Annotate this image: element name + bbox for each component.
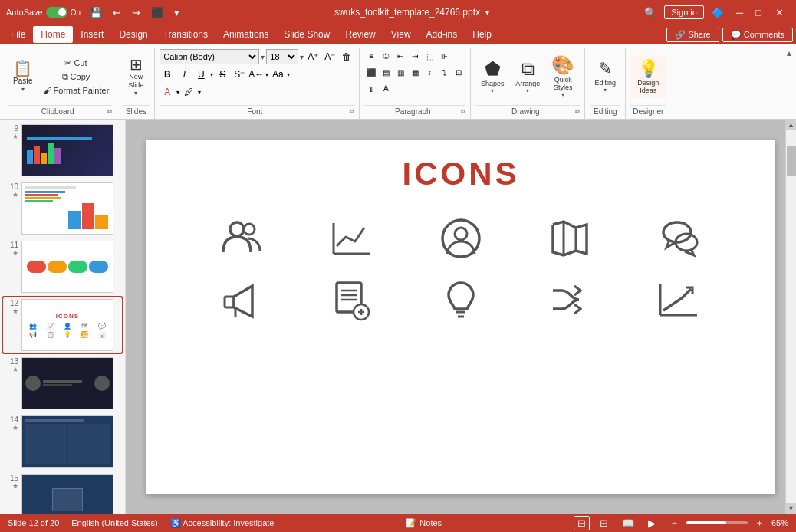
svg-point-5 (455, 228, 467, 240)
highlight-button[interactable]: 🖊 (181, 84, 196, 100)
editing-button[interactable]: ✎ Editing ▾ (590, 55, 620, 97)
present-button[interactable]: ⬛ (146, 5, 168, 20)
smart-art-button[interactable]: ⬚ (423, 49, 436, 63)
bullets-button[interactable]: ≡ (364, 49, 378, 63)
save-button[interactable]: 💾 (85, 5, 107, 20)
scroll-up-button[interactable]: ▲ (786, 120, 797, 130)
columns-button[interactable]: ⫿ (364, 81, 378, 95)
numbered-list-button[interactable]: ① (379, 49, 393, 63)
menu-review[interactable]: Review (337, 26, 383, 43)
text-direction-button[interactable]: ⤵ (437, 65, 451, 79)
slide-thumb-10[interactable]: 10 ★ (3, 181, 122, 236)
reading-view-button[interactable]: 📖 (618, 516, 638, 530)
font-case-dropdown[interactable]: ▾ (287, 71, 290, 78)
copy-button[interactable]: ⧉ Copy (40, 71, 113, 84)
redo-button[interactable]: ↪ (127, 5, 145, 20)
slide-thumb-15[interactable]: 15 ★ (3, 472, 122, 514)
text-shadow-button[interactable]: A (379, 81, 393, 95)
editing-icon: ✎ (598, 59, 612, 79)
zoom-in-button[interactable]: ＋ (751, 514, 768, 531)
decrease-font-button[interactable]: A⁻ (322, 49, 337, 64)
decrease-indent-button[interactable]: ⇤ (393, 49, 407, 63)
notes-button[interactable]: 📝 Notes (406, 518, 442, 528)
autosave-toggle[interactable] (46, 7, 67, 18)
shadow-button[interactable]: S⁻ (232, 67, 247, 82)
comments-button[interactable]: 💬 Comments (722, 28, 793, 42)
slideshow-button[interactable]: ▶ (644, 516, 659, 530)
bold-button[interactable]: B (160, 67, 175, 82)
italic-button[interactable]: I (176, 67, 192, 82)
font-case-button[interactable]: Aa (270, 67, 285, 82)
ribbon-collapse-button[interactable]: ▲ (784, 48, 794, 59)
zoom-level: 65% (771, 518, 788, 527)
clipboard-launcher[interactable]: ⧉ (107, 108, 112, 116)
justify-button[interactable]: ▦ (408, 65, 422, 79)
slide-thumb-12[interactable]: 12 ★ ICONS 👥 📈 👤 🗺 💬 📢 📋 💡 🔀 (3, 297, 122, 353)
highlight-dropdown[interactable]: ▾ (198, 89, 201, 96)
zoom-slider[interactable] (686, 521, 748, 524)
menu-transitions[interactable]: Transitions (156, 26, 215, 43)
font-size-select[interactable]: 18 (266, 49, 298, 64)
new-slide-button[interactable]: ⊞ New Slide ▾ (122, 54, 150, 100)
char-spacing-dropdown[interactable]: ▾ (265, 71, 268, 78)
close-button[interactable]: ✕ (769, 5, 790, 20)
format-painter-button[interactable]: 🖌 Format Painter (40, 84, 113, 97)
design-ideas-button[interactable]: 💡 Design Ideas (630, 55, 666, 98)
paste-button[interactable]: 📋 Paste ▾ (8, 54, 38, 100)
zoom-out-button[interactable]: － (666, 514, 683, 531)
align-text-button[interactable]: ⊡ (452, 65, 465, 79)
slide-thumb-11[interactable]: 11 ★ (3, 239, 122, 294)
drawing-launcher[interactable]: ⧉ (575, 108, 580, 116)
share-button[interactable]: 🔗 Share (666, 28, 719, 42)
slide-thumb-9[interactable]: 9 ★ (3, 123, 122, 178)
undo-button[interactable]: ↩ (108, 5, 126, 20)
shapes-button[interactable]: ⬟ Shapes ▾ (475, 56, 509, 97)
scroll-down-button[interactable]: ▼ (786, 503, 797, 514)
menu-design[interactable]: Design (111, 26, 155, 43)
menu-help[interactable]: Help (465, 26, 499, 43)
chat-bubble-icon (656, 215, 702, 261)
maximize-button[interactable]: □ (751, 5, 766, 20)
dropdown-arrow-title[interactable]: ▾ (485, 8, 489, 17)
menu-slideshow[interactable]: Slide Show (276, 26, 337, 43)
increase-indent-button[interactable]: ⇥ (408, 49, 422, 63)
clear-format-button[interactable]: 🗑 (339, 49, 354, 64)
line-spacing-button[interactable]: ↕ (423, 65, 436, 79)
cut-button[interactable]: ✂ Cut (40, 57, 113, 70)
minimize-button[interactable]: ─ (732, 5, 748, 20)
slide-thumb-13[interactable]: 13 ★ (3, 356, 122, 411)
strikethrough-button[interactable]: S (215, 67, 230, 82)
menu-insert[interactable]: Insert (73, 26, 111, 43)
align-center-button[interactable]: ▤ (379, 65, 393, 79)
icon-cell-chart (309, 215, 395, 261)
menu-file[interactable]: File (3, 26, 33, 43)
menu-addins[interactable]: Add-ins (419, 26, 465, 43)
align-left-button[interactable]: ⬛ (364, 65, 378, 79)
quick-styles-button[interactable]: 🎨 Quick Styles ▾ (546, 52, 580, 101)
menu-view[interactable]: View (383, 26, 419, 43)
paragraph-launcher[interactable]: ⧉ (461, 108, 465, 116)
slide-thumb-14[interactable]: 14 ★ (3, 414, 122, 469)
font-family-select[interactable]: Calibri (Body) (160, 49, 259, 64)
increase-font-button[interactable]: A⁺ (305, 49, 321, 64)
menu-home[interactable]: Home (33, 26, 73, 43)
underline-button[interactable]: U (193, 67, 209, 82)
svg-point-0 (230, 222, 244, 236)
font-launcher[interactable]: ⧉ (350, 108, 354, 116)
arrange-button[interactable]: ⧉ Arrange ▾ (511, 56, 544, 97)
sign-in-button[interactable]: Sign in (664, 5, 704, 19)
column-button[interactable]: ⊪ (437, 49, 451, 63)
slide-sorter-button[interactable]: ⊞ (596, 516, 612, 530)
font-color-dropdown[interactable]: ▾ (176, 89, 179, 96)
ribbon-store-button[interactable]: 🔷 (707, 5, 729, 20)
font-color-button[interactable]: A (160, 84, 175, 100)
underline-dropdown[interactable]: ▾ (210, 71, 213, 78)
slide-count-label: Slide 12 of 20 (8, 518, 59, 527)
align-right-button[interactable]: ▥ (393, 65, 407, 79)
scroll-thumb[interactable] (787, 146, 796, 176)
char-spacing-button[interactable]: A↔ (248, 67, 264, 82)
menu-animations[interactable]: Animations (215, 26, 276, 43)
normal-view-button[interactable]: ⊟ (574, 516, 590, 530)
search-button[interactable]: 🔍 (640, 5, 661, 20)
customize-button[interactable]: ▾ (169, 5, 184, 20)
